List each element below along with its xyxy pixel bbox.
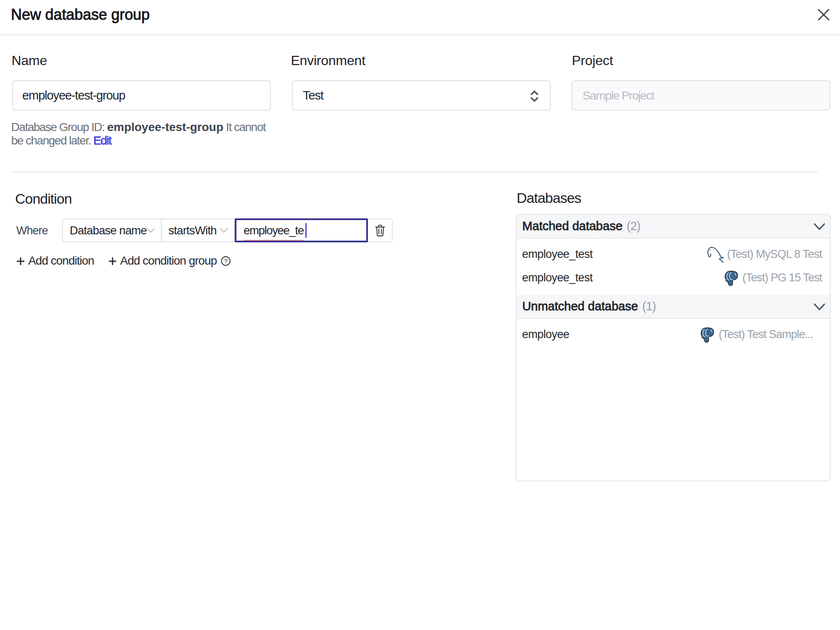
svg-text:?: ?	[224, 257, 227, 264]
